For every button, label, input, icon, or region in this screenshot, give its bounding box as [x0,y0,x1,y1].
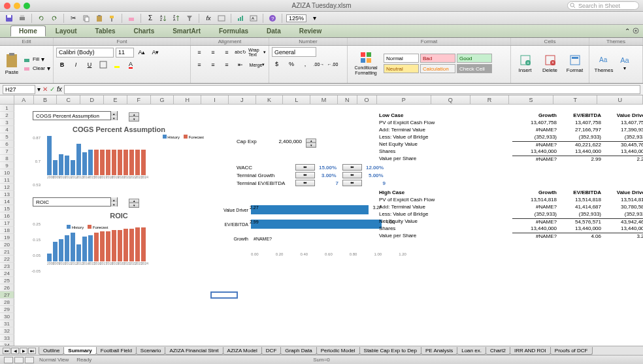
row-header[interactable]: 20 [0,241,14,248]
redo-icon[interactable] [49,13,59,24]
sheet-tab[interactable]: AZIZA Financial Stmt [165,347,223,355]
chart-cogs[interactable]: COGS Percent Assumption History Forecast… [27,123,210,195]
row-header[interactable]: 16 [0,212,14,220]
font-size-select[interactable]: 11 [116,48,134,58]
zoom-level[interactable]: 125% [286,14,306,22]
help-icon[interactable]: ? [267,13,278,24]
chevron-down-icon[interactable]: ▾ [110,202,117,207]
fx-icon[interactable]: fx [203,13,214,24]
cut-icon[interactable]: ✂ [68,13,78,24]
roic-dropdown[interactable]: ROIC ▴▾ [33,197,118,207]
print-icon[interactable] [17,13,27,24]
col-header[interactable]: C [57,95,80,104]
row-header[interactable]: 18 [0,227,14,234]
col-header[interactable]: M [310,95,338,104]
normal-view-icon[interactable] [4,357,13,363]
align-top-icon[interactable]: ≡ [193,47,205,58]
spinner[interactable]: ▴▾ [129,197,139,208]
col-header[interactable]: O [357,95,377,104]
cells-area[interactable]: COGS Percent Assumption ▴▾ ▴▾ COGS Perce… [14,105,643,350]
row-header[interactable]: 25 [0,277,14,284]
row-header[interactable]: 24 [0,270,14,277]
tab-review[interactable]: Review [291,25,330,37]
col-header[interactable]: J [229,95,256,104]
paste-button[interactable]: Paste [3,47,21,80]
tab-home[interactable]: Home [10,25,46,37]
row-header[interactable]: 3 [0,119,14,126]
orientation-icon[interactable]: abc↻ [235,47,246,58]
row-header[interactable]: 33 [0,335,14,342]
bold-button[interactable]: B [56,59,68,70]
tab-formulas[interactable]: Formulas [210,25,257,37]
textbox-icon[interactable]: A [248,13,259,24]
tab-charts[interactable]: Charts [125,25,163,37]
undo-icon[interactable] [36,13,46,24]
name-box[interactable]: H27 [3,85,35,94]
name-box-dropdown-icon[interactable]: ▾ [37,86,41,93]
row-header[interactable]: 2 [0,112,14,119]
sheet-prev-icon[interactable]: ◀ [11,348,19,354]
style-neutral[interactable]: Neutral [384,64,419,73]
sheet-tab[interactable]: Outline [39,347,64,355]
chart-roic[interactable]: ROIC History Forecast 0.250.150.05-0.05 … [27,209,210,281]
sheet-tab[interactable]: Loan ex. [457,347,486,355]
cancel-formula-icon[interactable]: ✕ [42,86,48,93]
align-center-icon[interactable]: ≡ [207,59,219,70]
grow-font-icon[interactable]: A▴ [136,47,148,58]
save-icon[interactable] [4,13,14,24]
tab-smartart[interactable]: SmartArt [164,25,209,37]
wacc-spinner-hi[interactable]: ⬌ [342,164,362,171]
clear-icon[interactable] [126,13,137,24]
format-painter-icon[interactable] [107,13,118,24]
filter-icon[interactable] [184,13,195,24]
style-check-cell[interactable]: Check Cell [457,64,492,73]
zoom-window-icon[interactable] [24,3,30,9]
row-header[interactable]: 12 [0,184,14,191]
tab-tables[interactable]: Tables [87,25,124,37]
row-header[interactable]: 21 [0,248,14,256]
page-break-view-icon[interactable] [25,357,34,363]
wacc-spinner-lo[interactable]: ⬌ [295,164,315,171]
sort-asc-icon[interactable]: AZ [158,13,169,24]
row-header[interactable]: 19 [0,234,14,241]
row-header[interactable]: 15 [0,205,14,212]
number-format-select[interactable]: General [272,47,316,57]
chevron-up-icon[interactable]: ▴ [110,197,117,202]
font-name-select[interactable]: Calibri (Body) [56,48,114,58]
row-header[interactable]: 30 [0,313,14,320]
ribbon-collapse-icon[interactable]: ⌃ [625,27,630,35]
sheet-tab[interactable]: Summary [63,347,96,355]
row-header[interactable]: 6 [0,141,14,148]
theme-fonts-button[interactable]: Aa▾ [618,47,632,80]
show-formulas-icon[interactable] [216,13,227,24]
col-header[interactable]: S [509,95,553,104]
row-header[interactable]: 17 [0,220,14,227]
delete-button[interactable]: ×Delete [538,47,561,80]
comma-icon[interactable]: , [299,59,311,69]
sort-desc-icon[interactable]: ZA [171,13,182,24]
row-header[interactable]: 26 [0,284,14,291]
row-header[interactable]: 32 [0,327,14,335]
col-header[interactable]: F [127,95,151,104]
col-header[interactable]: P [377,95,431,104]
col-header[interactable]: T [553,95,598,104]
col-header[interactable]: G [151,95,174,104]
paste-icon[interactable] [94,13,105,24]
autosum-icon[interactable]: Σ [145,13,156,24]
row-header[interactable]: 13 [0,191,14,198]
currency-icon[interactable]: $ [272,59,284,69]
sheet-tab[interactable]: Chart2 [486,347,510,355]
fill-color-button[interactable] [111,59,123,70]
align-left-icon[interactable]: ≡ [193,59,205,70]
row-header[interactable]: 9 [0,162,14,169]
tab-layout[interactable]: Layout [47,25,86,37]
percent-icon[interactable]: % [286,59,297,69]
col-header[interactable]: A [14,95,34,104]
format-button[interactable]: Format [563,47,586,80]
row-header[interactable]: 28 [0,299,14,306]
dec-decimal-icon[interactable]: ←.00 [327,59,338,69]
align-bot-icon[interactable]: ≡ [221,47,233,58]
col-header[interactable]: N [338,95,357,104]
capex-spinner[interactable]: ▴▾ [306,137,316,148]
col-header[interactable]: K [256,95,284,104]
